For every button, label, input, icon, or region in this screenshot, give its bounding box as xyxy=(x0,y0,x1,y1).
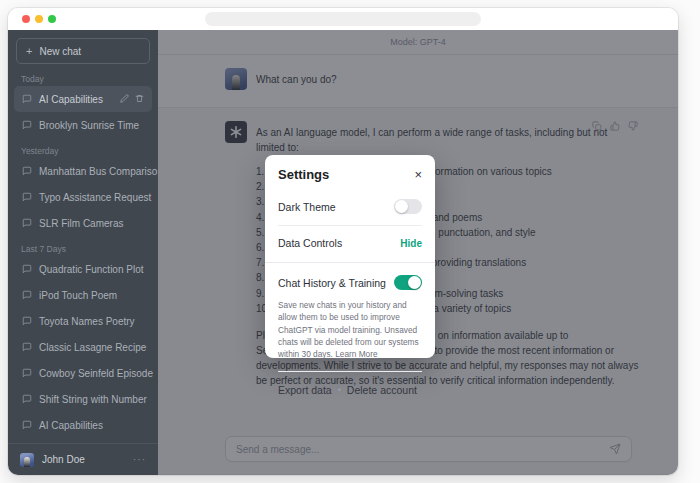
plus-icon: + xyxy=(26,45,32,57)
sidebar-item-label: iPod Touch Poem xyxy=(39,290,117,301)
chat-bubble-icon xyxy=(22,264,32,274)
close-icon[interactable]: × xyxy=(414,168,422,181)
export-data-link[interactable]: Export data xyxy=(278,384,332,396)
sidebar-item-label: Quadratic Function Plot xyxy=(39,264,144,275)
sidebar-section-yesterday: Yesterday xyxy=(8,138,158,158)
sidebar-item-label: SLR Film Cameras xyxy=(39,218,123,229)
sidebar: + New chat Today AI Capabilities Brookly… xyxy=(8,30,158,475)
browser-titlebar xyxy=(8,8,678,30)
toggle-knob xyxy=(395,200,408,213)
dark-theme-toggle[interactable] xyxy=(394,199,422,214)
account-row[interactable]: John Doe ··· xyxy=(8,443,158,475)
chat-bubble-icon xyxy=(22,316,32,326)
divider xyxy=(278,371,422,372)
sidebar-section-last-7-days: Last 7 Days xyxy=(8,236,158,256)
sidebar-item-label: Brooklyn Sunrise Time xyxy=(39,120,139,131)
data-controls-row: Data Controls Hide xyxy=(265,229,435,257)
chat-bubble-icon xyxy=(22,94,32,104)
sidebar-section-today: Today xyxy=(8,66,158,86)
sidebar-item-quadratic-function-plot[interactable]: Quadratic Function Plot xyxy=(14,256,152,282)
sidebar-item-label: Manhattan Bus Comparisons xyxy=(39,166,168,177)
chat-history-label: Chat History & Training xyxy=(278,277,386,289)
chat-bubble-icon xyxy=(22,218,32,228)
chat-bubble-icon xyxy=(22,420,32,430)
sidebar-item-label: Classic Lasagne Recipe xyxy=(39,342,146,353)
sidebar-item-shift-string-with-number[interactable]: Shift String with Number xyxy=(14,386,152,412)
minimize-window-button[interactable] xyxy=(35,15,43,23)
separator-dot: • xyxy=(338,385,341,395)
sidebar-item-slr-film-cameras[interactable]: SLR Film Cameras xyxy=(14,210,152,236)
close-window-button[interactable] xyxy=(22,15,30,23)
sidebar-item-cowboy-seinfeld-episode[interactable]: Cowboy Seinfeld Episode xyxy=(14,360,152,386)
sidebar-item-ipod-touch-poem[interactable]: iPod Touch Poem xyxy=(14,282,152,308)
chat-bubble-icon xyxy=(22,368,32,378)
sidebar-item-classic-lasagne-recipe[interactable]: Classic Lasagne Recipe xyxy=(14,334,152,360)
chat-history-row: Chat History & Training xyxy=(265,265,435,298)
hide-link[interactable]: Hide xyxy=(400,238,422,249)
more-options-icon[interactable]: ··· xyxy=(133,454,146,465)
chat-history-toggle[interactable] xyxy=(394,275,422,290)
chat-history-description: Save new chats in your history and allow… xyxy=(265,298,435,368)
sidebar-item-label: AI Capabilities xyxy=(39,94,103,105)
divider xyxy=(278,225,422,226)
chat-bubble-icon xyxy=(22,192,32,202)
url-bar[interactable] xyxy=(205,12,481,26)
new-chat-label: New chat xyxy=(39,46,81,57)
avatar xyxy=(20,453,34,467)
chat-bubble-icon xyxy=(22,342,32,352)
sidebar-item-label: AI Capabilities xyxy=(39,420,103,431)
sidebar-item-label: Cowboy Seinfeld Episode xyxy=(39,368,153,379)
settings-modal: Settings × Dark Theme Data Controls Hide… xyxy=(265,155,435,358)
toggle-knob xyxy=(408,276,421,289)
modal-title: Settings xyxy=(278,167,329,182)
chat-bubble-icon xyxy=(22,290,32,300)
data-controls-label: Data Controls xyxy=(278,237,342,249)
new-chat-button[interactable]: + New chat xyxy=(16,38,150,64)
dark-theme-label: Dark Theme xyxy=(278,201,336,213)
zoom-window-button[interactable] xyxy=(48,15,56,23)
chat-bubble-icon xyxy=(22,166,32,176)
dark-theme-row: Dark Theme xyxy=(265,191,435,222)
sidebar-item-manhattan-bus-comparisons[interactable]: Manhattan Bus Comparisons xyxy=(14,158,152,184)
account-name: John Doe xyxy=(42,454,85,465)
sidebar-item-typo-assistance-request[interactable]: Typo Assistance Request xyxy=(14,184,152,210)
sidebar-item-toyota-names-poetry[interactable]: Toyota Names Poetry xyxy=(14,308,152,334)
sidebar-item-brooklyn-sunrise-time[interactable]: Brooklyn Sunrise Time xyxy=(14,112,152,138)
sidebar-item-label: Shift String with Number xyxy=(39,394,147,405)
sidebar-item-ai-capabilities-2[interactable]: AI Capabilities xyxy=(14,412,152,438)
sidebar-item-label: Typo Assistance Request xyxy=(39,192,151,203)
browser-window: + New chat Today AI Capabilities Brookly… xyxy=(8,8,678,475)
delete-account-link[interactable]: Delete account xyxy=(347,384,417,396)
trash-icon[interactable] xyxy=(135,94,144,105)
learn-more-link[interactable]: Learn More xyxy=(335,349,377,359)
section-divider xyxy=(265,262,435,263)
chat-bubble-icon xyxy=(22,394,32,404)
chat-bubble-icon xyxy=(22,120,32,130)
edit-icon[interactable] xyxy=(120,94,129,105)
sidebar-item-label: Toyota Names Poetry xyxy=(39,316,135,327)
sidebar-item-ai-capabilities[interactable]: AI Capabilities xyxy=(14,86,152,112)
